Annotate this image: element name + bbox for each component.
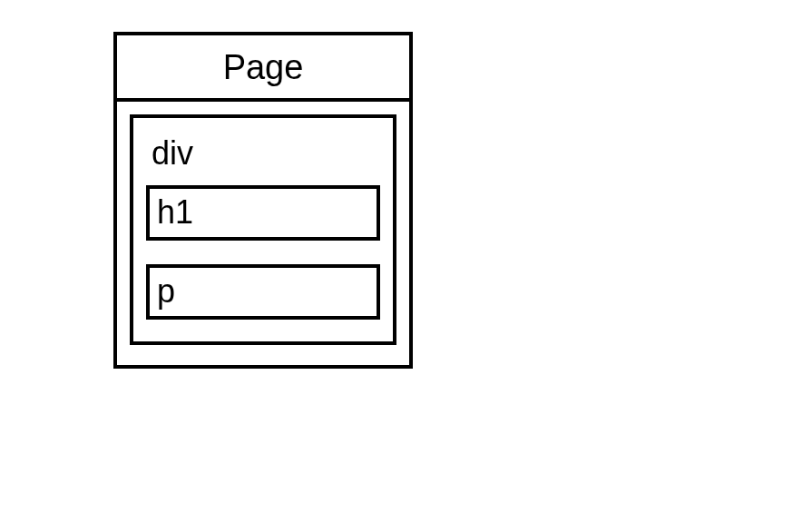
div-container-box: div h1 p (130, 114, 396, 345)
page-structure-diagram: Page div h1 p (113, 32, 413, 369)
diagram-body: div h1 p (117, 102, 409, 365)
p-element-box: p (146, 264, 380, 320)
h1-element-box: h1 (146, 185, 380, 241)
div-label: div (146, 127, 380, 185)
page-title: Page (117, 35, 409, 102)
